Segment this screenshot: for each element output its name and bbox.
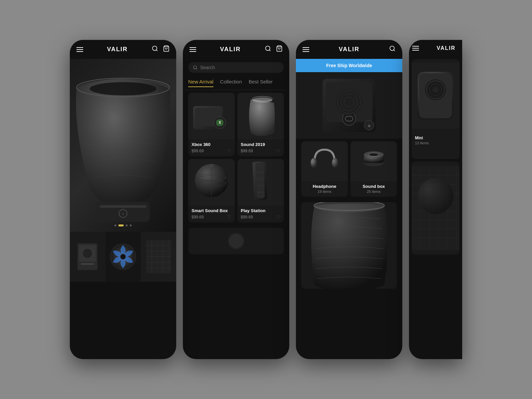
partial-product-svg [226,231,246,251]
svg-rect-5 [96,202,150,222]
product2-price: $99.69 [241,149,253,153]
collection-info-headphone: Headphone 19 items [301,181,348,197]
svg-point-53 [229,234,243,248]
thumb-1[interactable] [70,232,105,282]
menu-icon[interactable] [76,47,83,52]
tab-best-seller[interactable]: Best Seller [249,79,273,87]
product2-name: Sound 2019 [241,142,281,147]
hero-area: V [70,59,176,232]
product4-price: $99.69 [241,215,253,219]
svg-point-3 [90,82,156,95]
search-bar-icon [193,65,198,70]
phone4-collection-card[interactable]: Mini 13 items [412,59,460,159]
thumb2-svg [106,240,140,273]
phone2-cart-icon[interactable] [276,45,283,54]
phone4-header: VALIR [409,40,462,57]
product-img-2 [237,93,284,139]
collection-card-soundbox[interactable]: Sound box 25 items [350,141,397,197]
phone3-header: VALIR [296,40,402,59]
product2-svg [237,93,284,139]
svg-point-28 [194,66,197,69]
product-card-1[interactable]: X Xbox 360 $99.69 ♡ [188,93,235,156]
svg-point-54 [390,46,394,51]
phone2-search-icon[interactable] [265,45,271,54]
collection-img-soundbox [350,141,397,181]
product3-name: Smart Sound Box [192,208,231,213]
product-card-3[interactable]: Smart Sound Box $99.69 ♡ [188,159,235,222]
phone4-product-svg [412,59,460,132]
search-icon[interactable] [152,45,158,54]
product1-name: Xbox 360 [192,142,231,147]
phone-1: VALIR [70,40,176,359]
product-img-1: X [188,93,235,139]
product-info-3: Smart Sound Box $99.69 ♡ [188,205,235,222]
collection-count-headphone: 19 items [305,190,344,194]
search-input[interactable] [200,65,279,70]
svg-point-0 [152,46,157,51]
svg-point-66 [332,158,338,168]
collection-name-soundbox: Sound box [354,184,394,189]
product4-svg [237,159,284,205]
collection-card-headphone[interactable]: Headphone 19 items [301,141,348,197]
dot-4[interactable] [130,224,132,226]
phone4-title: VALIR [437,45,456,51]
svg-text:⊕: ⊕ [368,124,370,128]
product2-favorite[interactable]: ♡ [276,148,281,154]
phone3-title: VALIR [339,46,360,53]
product1-svg: X [188,93,235,139]
product1-favorite[interactable]: ♡ [227,148,231,154]
cart-icon[interactable] [163,45,170,54]
svg-rect-6 [100,205,146,208]
product3-favorite[interactable]: ♡ [227,214,231,220]
product-info-4: Play Station $99.69 ♡ [237,205,284,222]
tabs-row: New Arrival Collection Best Seller [183,76,289,90]
phone4-product2-svg [412,162,460,255]
phone4-product-count: 13 items [415,141,456,145]
product-img-4 [237,159,284,205]
product4-favorite[interactable]: ♡ [276,214,281,220]
thumb1-svg [74,240,101,273]
product3-svg [188,159,235,205]
product3-price-row: $99.69 ♡ [192,214,231,220]
large-speaker-svg [301,202,397,289]
phone-2: VALIR [183,40,289,359]
product3-price: $99.69 [192,215,204,219]
phones-container: VALIR [17,40,515,359]
phone2-header: VALIR [183,40,289,59]
collections-grid: Headphone 19 items [296,139,402,200]
phone3-menu-icon[interactable] [303,47,309,52]
svg-point-15 [120,254,126,259]
dot-2[interactable] [118,224,124,226]
collection-hero-svg: ⊕ [296,72,402,139]
tab-collection[interactable]: Collection [220,79,242,87]
thumb-2[interactable] [105,232,141,282]
phone3-search-icon[interactable] [389,45,396,54]
svg-text:V: V [122,212,124,215]
svg-text:X: X [219,121,221,124]
dot-3[interactable] [126,224,128,226]
product-preview-large[interactable] [301,202,397,289]
phone2-header-icons [265,45,283,54]
phone4-product-name: Mini [415,136,456,140]
phone4-product2-card[interactable] [412,162,460,255]
product-card-4[interactable]: Play Station $99.69 ♡ [237,159,284,222]
product-info-1: Xbox 360 $99.69 ♡ [188,139,235,156]
svg-point-11 [82,248,92,258]
collection-name-headphone: Headphone [305,184,344,189]
svg-rect-12 [81,263,94,265]
headphone-svg [308,145,341,178]
svg-point-45 [210,164,213,167]
phone-3: VALIR Free Ship Worldwide [296,40,402,359]
phone4-menu-icon[interactable] [412,46,419,51]
soundbox-svg [360,145,387,178]
collection-count-soundbox: 25 items [354,190,394,194]
product-card-2[interactable]: Sound 2019 $99.69 ♡ [237,93,284,156]
phone1-header: VALIR [70,40,176,59]
carousel-dots [114,224,132,226]
product1-price: $99.69 [192,149,204,153]
phone2-menu-icon[interactable] [190,47,196,52]
thumb-3[interactable] [141,232,176,282]
dot-1[interactable] [114,224,116,226]
tab-new-arrival[interactable]: New Arrival [188,79,213,87]
search-bar[interactable] [188,62,284,73]
